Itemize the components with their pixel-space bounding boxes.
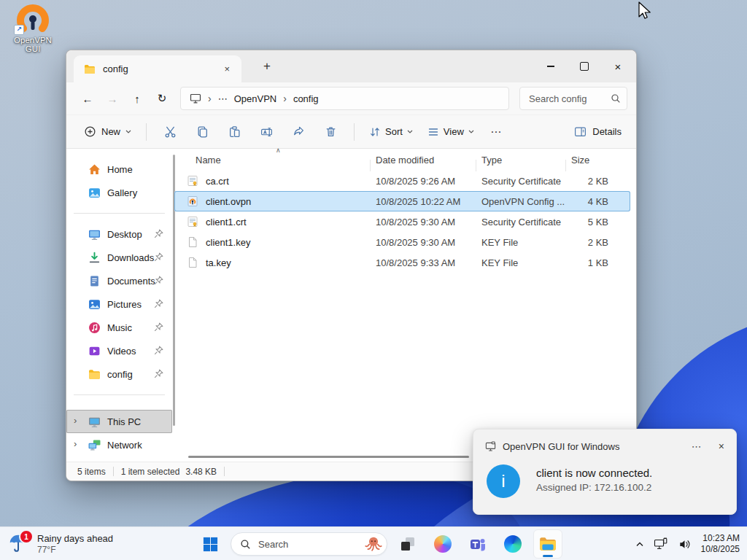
teams-button[interactable] [463, 529, 492, 559]
task-view-icon [400, 536, 416, 552]
gallery-icon [88, 187, 101, 199]
network-tray-icon[interactable] [654, 537, 668, 551]
volume-tray-icon[interactable] [678, 537, 692, 551]
details-pane-button[interactable]: Details [570, 120, 626, 144]
view-button[interactable]: View [420, 120, 481, 144]
new-label: New [101, 126, 120, 137]
close-button[interactable]: × [601, 50, 635, 82]
task-view-button[interactable] [393, 529, 422, 559]
paste-button[interactable] [218, 120, 250, 144]
file-row-client1-crt[interactable]: client1.crt 10/8/2025 9:30 AM Security C… [174, 211, 630, 232]
new-plus-icon [84, 125, 96, 138]
taskbar: 1 Rainy days ahead 77°F [0, 526, 747, 560]
copy-button[interactable] [186, 120, 218, 144]
details-label: Details [592, 126, 622, 137]
explorer-tab-config[interactable]: config × [74, 55, 241, 82]
toast-more-icon[interactable]: ⋯ [684, 440, 709, 452]
breadcrumb-overflow[interactable]: ⋯ [218, 93, 228, 104]
desktop: ↗ OpenVPN GUI config × + × [0, 0, 747, 560]
more-options-button[interactable]: ⋯ [481, 120, 511, 144]
chevron-right-icon[interactable]: › [74, 438, 77, 449]
back-button[interactable]: ← [75, 87, 100, 110]
file-list: Name Date modified Type Size ∧ ca.crt 10… [172, 149, 636, 462]
explorer-search-input[interactable] [527, 93, 611, 105]
explorer-titlebar[interactable]: config × + × [66, 50, 636, 82]
sidebar-item-network[interactable]: › Network [66, 433, 172, 456]
explorer-search[interactable] [519, 87, 627, 110]
sidebar-item-this-pc[interactable]: › This PC [66, 410, 172, 433]
column-header-date[interactable]: Date modified [370, 155, 476, 166]
minimize-button[interactable] [534, 50, 568, 82]
rename-button[interactable] [250, 120, 282, 144]
sidebar-item-gallery[interactable]: Gallery [66, 181, 172, 204]
sidebar-item-downloads[interactable]: Downloads [66, 246, 172, 269]
network-icon [88, 439, 101, 451]
sidebar-item-desktop[interactable]: Desktop [66, 222, 172, 246]
chevron-right-icon[interactable]: › [74, 415, 77, 426]
music-icon [88, 322, 101, 334]
desktop-shortcut-openvpn[interactable]: ↗ OpenVPN GUI [6, 4, 60, 53]
forward-button[interactable]: → [100, 87, 125, 110]
start-button[interactable] [196, 529, 225, 559]
taskbar-search-input[interactable] [257, 538, 358, 551]
file-size: 2 KB [565, 176, 620, 187]
sidebar-separator [74, 213, 165, 214]
file-size: 4 KB [565, 196, 620, 207]
sidebar-item-home[interactable]: Home [66, 158, 172, 181]
explorer-window: config × + × ← → ↑ ↻ › [66, 50, 637, 481]
view-label: View [444, 126, 464, 137]
up-button[interactable]: ↑ [125, 87, 150, 110]
breadcrumb-openvpn[interactable]: OpenVPN [234, 93, 277, 104]
file-row-ca-crt[interactable]: ca.crt 10/8/2025 9:26 AM Security Certif… [174, 171, 630, 191]
taskbar-search[interactable] [231, 532, 387, 556]
notification-toast[interactable]: OpenVPN GUI for Windows ⋯ × i client is … [473, 429, 737, 515]
column-header-size[interactable]: Size [565, 155, 628, 166]
sidebar-label: Downloads [107, 252, 154, 263]
sort-button[interactable]: Sort [362, 120, 420, 144]
horizontal-scrollbar[interactable] [188, 456, 469, 458]
info-icon: i [487, 464, 520, 498]
sidebar-item-documents[interactable]: Documents [66, 269, 172, 292]
breadcrumb[interactable]: › ⋯ OpenVPN › config [180, 87, 509, 110]
file-row-client-ovpn[interactable]: client.ovpn 10/8/2025 10:22 AM OpenVPN C… [174, 191, 630, 211]
new-button[interactable]: New [77, 120, 139, 144]
chevron-down-icon [407, 130, 413, 133]
delete-button[interactable] [314, 120, 347, 144]
chevron-down-icon [468, 130, 474, 133]
toast-app-name: OpenVPN GUI for Windows [503, 441, 619, 452]
sidebar-item-videos[interactable]: Videos [66, 339, 172, 362]
folder-icon [84, 63, 96, 75]
file-explorer-button[interactable] [533, 529, 562, 559]
file-row-client1-key[interactable]: client1.key 10/8/2025 9:30 AM KEY File 2… [174, 232, 630, 252]
show-hidden-icons-button[interactable] [635, 541, 644, 548]
sidebar-label: Gallery [107, 187, 137, 198]
refresh-button[interactable]: ↻ [150, 87, 174, 110]
sidebar-item-config[interactable]: config [66, 362, 172, 386]
column-header-name[interactable]: Name [172, 155, 370, 166]
breadcrumb-config[interactable]: config [293, 93, 319, 104]
new-tab-button[interactable]: + [258, 58, 276, 75]
copilot-button[interactable] [428, 529, 457, 559]
toolbar-separator [354, 123, 355, 141]
file-date: 10/8/2025 9:26 AM [370, 176, 476, 187]
sidebar-label: Pictures [107, 299, 142, 310]
column-header-type[interactable]: Type [476, 155, 565, 166]
tab-close-icon[interactable]: × [220, 62, 234, 76]
widgets-button[interactable]: 1 Rainy days ahead 77°F [7, 530, 113, 558]
toast-close-icon[interactable]: × [716, 440, 727, 452]
navigation-pane: Home Gallery Desktop [66, 149, 172, 462]
file-row-ta-key[interactable]: ta.key 10/8/2025 9:33 AM KEY File 1 KB [174, 252, 630, 273]
sidebar-item-pictures[interactable]: Pictures [66, 292, 172, 316]
pin-icon [153, 228, 164, 239]
cut-button[interactable] [154, 120, 186, 144]
command-bar: New [66, 115, 636, 149]
pin-icon [153, 275, 164, 286]
rename-icon [260, 125, 273, 138]
edge-button[interactable] [498, 529, 527, 559]
chevron-up-icon [635, 541, 644, 548]
clock[interactable]: 10:23 AM 10/8/2025 [701, 533, 740, 555]
sidebar-item-music[interactable]: Music [66, 316, 172, 339]
maximize-button[interactable] [568, 50, 601, 82]
shortcut-arrow-icon: ↗ [14, 25, 24, 35]
share-button[interactable] [282, 120, 314, 144]
